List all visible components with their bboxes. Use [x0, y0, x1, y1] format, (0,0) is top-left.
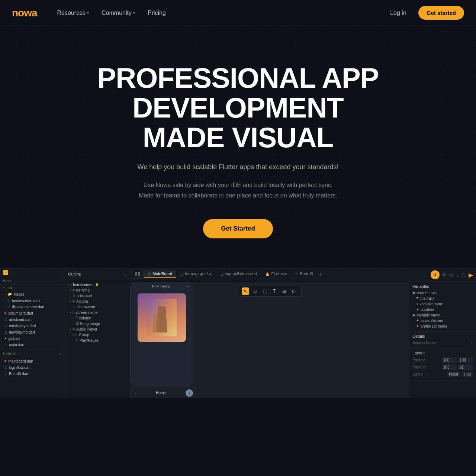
outline-item-album-card[interactable]: ⊞ album-card [65, 304, 130, 310]
position-x-input[interactable] [442, 357, 457, 363]
layout-section: Layout Position Position [409, 348, 476, 380]
play-icon[interactable]: ▶ [469, 271, 473, 279]
add-section-name-btn[interactable]: + [471, 341, 473, 345]
var-current-track[interactable]: ◉ current track [412, 290, 473, 296]
expand-icon: ▾ [70, 300, 71, 303]
share-icon[interactable]: ⬡ [461, 272, 466, 278]
outline-item-albums[interactable]: ▾ ⊞ Albums [65, 299, 130, 304]
outline-item-play-pause[interactable]: ⊞ Play/Pause [65, 338, 130, 343]
editor-top: Outline ⌄ ⊞ MainBoard ◻ homepage.dart [65, 268, 476, 282]
text-type-icon: T [416, 302, 418, 306]
sidebar-item-nowplaying[interactable]: ◻ nowplaying.dart [0, 329, 65, 335]
tab-homepage[interactable]: ◻ homepage.dart [177, 270, 216, 278]
hero-title: PROFESSIONAL APP DEVELOPMENT MADE VISUAL [33, 63, 443, 152]
play-preview[interactable]: ▷ [290, 287, 298, 295]
sidebar-item-discoverscreen[interactable]: ◻ discoverscreen.dart [0, 304, 65, 310]
nav-item-pricing[interactable]: Pricing [142, 7, 171, 19]
user-avatar[interactable]: U [431, 270, 440, 279]
fixed-option[interactable]: Fixed [447, 372, 460, 377]
grid-icon: ⊞ [72, 288, 75, 292]
position-row-1: Position [412, 357, 473, 364]
building-art [147, 299, 177, 336]
outline-sidebar: ▾ ⌂ homescreen 🔒 ▾ ⊞ trending ⊞ artist-c… [65, 282, 130, 398]
add-board-button[interactable]: + [59, 351, 62, 357]
var-variable-name-1[interactable]: T variable name [412, 301, 473, 307]
component-tool[interactable]: ⊞ [280, 287, 288, 295]
tab-signupbutton[interactable]: ◻ signupButton.dart [217, 270, 261, 278]
cursor-tool[interactable]: ↖ [242, 287, 249, 295]
rect-tool[interactable]: □ [251, 287, 259, 295]
svg-rect-0 [135, 272, 137, 274]
position2-y-input[interactable] [458, 364, 473, 370]
canvas-toolbar: ↖ □ ⬚ T ⊞ ▷ [238, 286, 302, 297]
text-tool[interactable]: T [271, 287, 278, 295]
outline-header: Outline [68, 272, 81, 276]
position2-x-input[interactable] [442, 364, 457, 370]
variables-section: Variables ◉ current track T title track … [409, 282, 476, 332]
frame-tool[interactable]: ⬚ [261, 287, 268, 295]
app-logo-small: n [3, 270, 8, 275]
tab-firebase[interactable]: 🔥 Firebase [261, 270, 291, 278]
position-y-input[interactable] [458, 357, 473, 363]
login-button[interactable]: Log in [384, 7, 412, 19]
grid-view-icon[interactable] [132, 270, 144, 279]
grid-icon: ⊞ [72, 327, 75, 331]
var-duration[interactable]: ✦ duration [412, 307, 473, 312]
logo[interactable]: nowa [12, 7, 37, 19]
copy-icon[interactable]: ⧉ [443, 272, 446, 278]
get-started-nav-button[interactable]: Get started [418, 6, 464, 20]
add-tab-button[interactable]: + [319, 271, 322, 277]
position-row-2: Position [412, 364, 473, 371]
nav-right: Log in Get started [384, 6, 464, 20]
sidebar-item-mainboard[interactable]: ■ mainboard.dart [0, 358, 65, 364]
sidebar-item-artistcard[interactable]: ◻ artistcard.dart [0, 316, 65, 323]
sidebar-item-loginflow[interactable]: ◻ loginflow.dart [0, 364, 65, 371]
download-icon[interactable]: ↓ [456, 272, 459, 278]
folder-icon: ▷ [72, 311, 75, 314]
hero-subtitle: We help you build scalable Flutter apps … [22, 163, 454, 171]
outline-item-group[interactable]: ▾ ▷ Group [65, 332, 130, 338]
navbar: nowa Resources ▾ Community ▾ Pricing Log… [0, 0, 476, 26]
outline-item-artist-cart[interactable]: ⊞ artist-cart [65, 293, 130, 299]
expand-icon: ▾ [67, 283, 69, 286]
editor-preview: n Files ▾ Lib ▾ 📁 Pages ◻ homescreen.dar… [0, 268, 476, 398]
outline-item-homescreen[interactable]: ▾ ⌂ homescreen 🔒 [65, 282, 130, 287]
image-icon: 🖼 [75, 322, 79, 325]
var-preferred-theme[interactable]: ✦ preferredTheme [412, 324, 473, 329]
var-title-track[interactable]: T title track [412, 296, 473, 301]
chevron-down-icon: ▾ [87, 11, 89, 15]
sidebar-item-pages[interactable]: ▾ 📁 Pages [0, 291, 65, 298]
nav-item-community[interactable]: Community ▾ [96, 7, 140, 19]
lib-label: Lib [6, 286, 12, 290]
tabs-row: ⊞ MainBoard ◻ homepage.dart ◻ signupButt… [130, 268, 409, 280]
var-variable-name-2[interactable]: ◉ variable name [412, 312, 473, 318]
user-avatar-mockup: 👤 [186, 389, 193, 397]
hero-desc: Use Nowa side by side with your IDE and … [22, 180, 454, 200]
settings-icon[interactable]: ⚙ [449, 272, 453, 278]
hug-option[interactable]: Hug [462, 372, 473, 377]
firebase-icon: 🔥 [265, 272, 270, 276]
outline-item-audio-player[interactable]: ▾ ⊞ Audio Player [65, 327, 130, 332]
sidebar-item-homescreen[interactable]: ◻ homescreen.dart [0, 298, 65, 304]
nav-item-resources[interactable]: Resources ▾ [52, 7, 94, 19]
sidebar-item-globals[interactable]: ● globals [0, 335, 65, 342]
hero-cta-button[interactable]: Get Started [203, 219, 273, 238]
sidebar-item-lib[interactable]: ▾ Lib [0, 284, 65, 291]
sidebar-item-main[interactable]: ◻ main.dart [0, 342, 65, 348]
outline-item-column[interactable]: ▾ ☰ column [65, 315, 130, 321]
outline-item-trending[interactable]: ▾ ⊞ trending [65, 287, 130, 293]
sidebar-item-albumcard[interactable]: ■ albumcard.dart [0, 310, 65, 316]
dart-file-icon: ◻ [4, 343, 7, 347]
left-sidebar: n Files ▾ Lib ▾ 📁 Pages ◻ homescreen.dar… [0, 268, 65, 398]
avatar-bar: U ⧉ ⚙ ↓ ⬡ ▶ [409, 268, 476, 282]
outline-item-screen-name[interactable]: ▾ ▷ screen-name [65, 310, 130, 315]
outline-options-icon[interactable]: ⌄ [123, 271, 127, 277]
var-saved-volume[interactable]: ✦ savedVolume [412, 318, 473, 324]
tab-board3[interactable]: ⊞ Board3 [292, 270, 316, 278]
sidebar-item-musicplayer[interactable]: ◻ musicplayer.dart [0, 323, 65, 329]
outline-item-song-image[interactable]: 🖼 Song Image [65, 321, 130, 327]
sidebar-item-board3[interactable]: ◻ Board3.dart [0, 371, 65, 377]
dart-file-icon: ◻ [7, 305, 10, 309]
tab-mainboard[interactable]: ⊞ MainBoard [144, 270, 176, 278]
dart-file-icon: ◻ [4, 372, 7, 376]
